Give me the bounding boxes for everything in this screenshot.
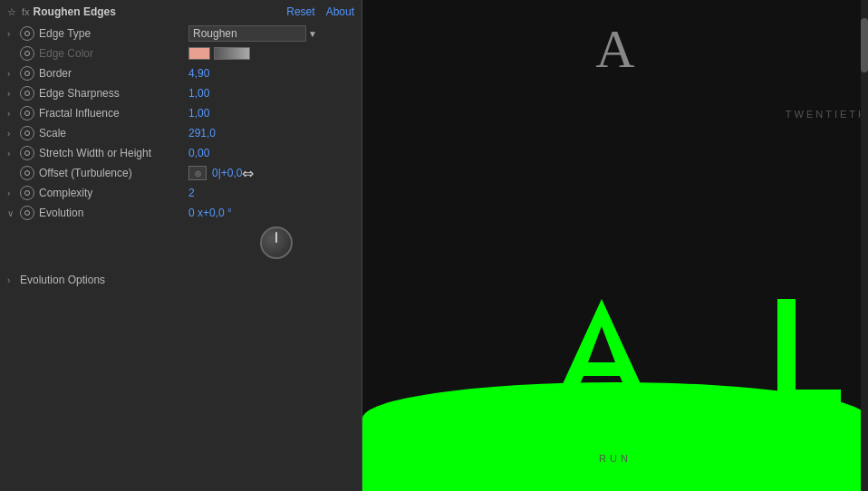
fractal-influence-value[interactable]: 1,00	[188, 107, 209, 120]
scrollbar-track	[861, 0, 868, 491]
stretch-label: Stretch Width or Height	[39, 147, 188, 159]
svg-rect-7	[777, 390, 841, 408]
row-scale: › Scale 291,0	[0, 123, 362, 143]
stretch-icon	[20, 146, 34, 160]
expand-fractal-influence[interactable]: ›	[7, 109, 20, 119]
cursor-drag-icon: ⇔	[242, 165, 254, 182]
svg-rect-2	[570, 408, 574, 412]
edge-sharpness-label: Edge Sharpness	[39, 87, 188, 100]
svg-rect-10	[830, 408, 834, 412]
preview-twentieth-text: TWENTIETH	[786, 109, 868, 120]
edge-type-select[interactable]: Roughen Jagged Spiky Rusty Bumpy Photoco…	[188, 25, 306, 42]
edge-color-icon	[20, 46, 34, 61]
fractal-influence-label: Fractal Influence	[39, 107, 188, 120]
evolution-value[interactable]: 0 x+0,0 °	[188, 207, 232, 219]
svg-rect-8	[782, 408, 786, 412]
fx-label: fx	[22, 6, 30, 17]
big-a-svg	[543, 294, 661, 412]
expand-edge-sharpness[interactable]: ›	[7, 89, 20, 99]
edge-type-icon	[20, 26, 34, 41]
svg-rect-6	[777, 299, 796, 390]
row-offset-turbulence: Offset (Turbulence) ◎ 0|+0,0 ⇔	[0, 163, 362, 183]
svg-rect-9	[814, 408, 816, 412]
big-l-svg	[768, 294, 850, 412]
row-edge-sharpness: › Edge Sharpness 1,00	[0, 83, 362, 103]
expand-border[interactable]: ›	[7, 69, 20, 79]
row-edge-color: Edge Color	[0, 43, 362, 63]
expand-evolution[interactable]: ∨	[7, 208, 20, 218]
effect-title: Roughen Edges	[34, 5, 287, 18]
scale-label: Scale	[39, 127, 188, 140]
svg-rect-3	[588, 408, 591, 412]
expand-edge-type[interactable]: ›	[7, 29, 20, 39]
row-fractal-influence: › Fractal Influence 1,00	[0, 103, 362, 123]
border-label: Border	[39, 67, 188, 80]
row-edge-type: › Edge Type Roughen Jagged Spiky Rusty B…	[0, 24, 362, 43]
row-evolution: ∨ Evolution 0 x+0,0 °	[0, 203, 362, 223]
expand-complexity[interactable]: ›	[7, 188, 20, 198]
border-icon	[20, 66, 34, 81]
expand-scale[interactable]: ›	[7, 129, 20, 139]
stretch-value[interactable]: 0,00	[188, 147, 209, 159]
preview-big-a	[543, 294, 661, 428]
edge-sharpness-icon	[20, 86, 34, 101]
reset-button[interactable]: Reset	[286, 5, 314, 18]
row-complexity: › Complexity 2	[0, 183, 362, 203]
panel-header: ☆ fx Roughen Edges Reset About	[0, 0, 362, 24]
evolution-label: Evolution	[39, 207, 188, 219]
border-value[interactable]: 4,90	[188, 67, 209, 80]
offset-value[interactable]: 0|+0,0	[212, 167, 242, 179]
preview-letter-a: A	[595, 18, 634, 81]
edge-type-dropdown-container: Roughen Jagged Spiky Rusty Bumpy Photoco…	[188, 25, 317, 42]
preview-big-l	[768, 294, 850, 428]
dial-indicator	[275, 232, 277, 243]
fractal-influence-icon	[20, 106, 34, 120]
about-button[interactable]: About	[326, 5, 354, 18]
evolution-icon	[20, 206, 34, 220]
row-evolution-options: › Evolution Options	[0, 270, 362, 290]
scrollbar-thumb[interactable]	[861, 18, 868, 72]
effects-panel: ☆ fx Roughen Edges Reset About › Edge Ty…	[0, 0, 362, 491]
dropdown-arrow-icon: ▼	[308, 29, 317, 39]
color-swatch-gradient[interactable]	[214, 47, 250, 60]
row-border: › Border 4,90	[0, 63, 362, 83]
complexity-value[interactable]: 2	[188, 187, 195, 199]
row-stretch: › Stretch Width or Height 0,00	[0, 143, 362, 163]
fx-badge: ☆	[7, 6, 16, 18]
preview-run-text: RUN	[599, 453, 632, 464]
offset-icon	[20, 166, 34, 180]
evolution-dial-container	[0, 223, 362, 263]
edge-type-label: Edge Type	[39, 27, 188, 40]
offset-target-icon[interactable]: ◎	[188, 166, 207, 180]
scale-icon	[20, 126, 34, 140]
expand-evolution-options[interactable]: ›	[7, 275, 20, 285]
svg-rect-5	[641, 408, 643, 412]
edge-sharpness-value[interactable]: 1,00	[188, 87, 209, 100]
evolution-dial[interactable]	[260, 226, 293, 259]
offset-label: Offset (Turbulence)	[39, 167, 188, 179]
evolution-options-label: Evolution Options	[20, 274, 169, 286]
color-swatch-primary[interactable]	[188, 47, 210, 60]
edge-color-label: Edge Color	[39, 47, 188, 60]
preview-panel: A TWENTIETH RUN	[362, 0, 868, 491]
svg-rect-4	[629, 408, 632, 412]
expand-stretch[interactable]: ›	[7, 149, 20, 159]
complexity-label: Complexity	[39, 187, 188, 199]
offset-controls: ◎	[188, 166, 208, 180]
complexity-icon	[20, 186, 34, 200]
scale-value[interactable]: 291,0	[188, 127, 216, 140]
